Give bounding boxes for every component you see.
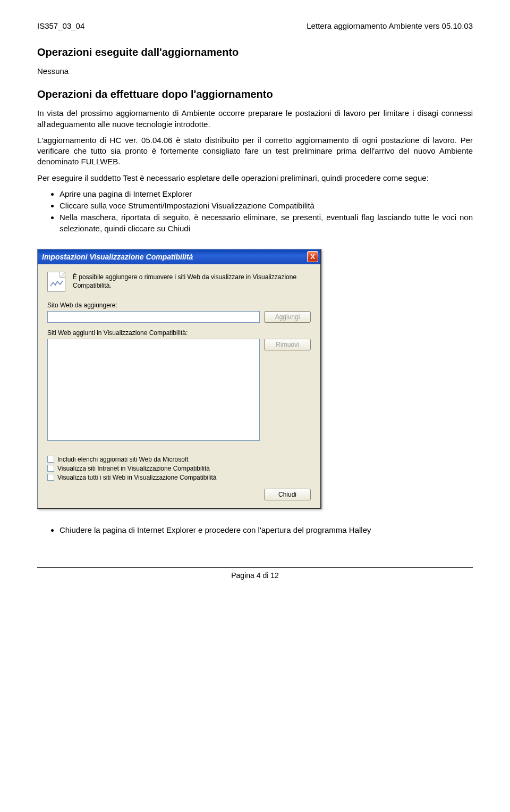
instructions-list: Aprire una pagina di Internet Explorer C… bbox=[37, 189, 473, 234]
section2-title: Operazioni da effettuare dopo l'aggiorna… bbox=[37, 88, 473, 101]
remove-button[interactable]: Rimuovi bbox=[264, 339, 311, 350]
list-item: Nella maschera, riportata di seguito, è … bbox=[60, 212, 473, 234]
page-footer: Pagina 4 di 12 bbox=[37, 567, 473, 580]
checkbox-microsoft-lists[interactable] bbox=[47, 456, 54, 463]
dialog-titlebar: Impostazioni Visualizzazione Compatibili… bbox=[38, 249, 320, 264]
dialog-title: Impostazioni Visualizzazione Compatibili… bbox=[42, 253, 193, 261]
checkbox-intranet[interactable] bbox=[47, 465, 54, 472]
checkbox-label: Visualizza siti Intranet in Visualizzazi… bbox=[57, 465, 210, 472]
close-button[interactable]: Chiudi bbox=[264, 489, 311, 500]
list-item: Chiudere la pagina di Internet Explorer … bbox=[60, 525, 473, 535]
section2-para3: Per eseguire il suddetto Test è necessar… bbox=[37, 173, 473, 183]
section2-para1: In vista del prossimo aggiornamento di A… bbox=[37, 108, 473, 130]
page-header: IS357_03_04 Lettera aggiornamento Ambien… bbox=[37, 21, 473, 30]
add-button[interactable]: Aggiungi bbox=[264, 311, 311, 323]
dialog-intro: È possibile aggiungere o rimuovere i sit… bbox=[73, 272, 311, 292]
added-sites-label: Siti Web aggiunti in Visualizzazione Com… bbox=[47, 329, 311, 337]
checkbox-label: Visualizza tutti i siti Web in Visualizz… bbox=[57, 474, 216, 481]
section1-body: Nessuna bbox=[37, 66, 473, 77]
compatibility-dialog: Impostazioni Visualizzazione Compatibili… bbox=[37, 249, 321, 509]
after-list: Chiudere la pagina di Internet Explorer … bbox=[37, 525, 473, 535]
sites-listbox[interactable] bbox=[47, 339, 260, 441]
site-input[interactable] bbox=[47, 311, 260, 323]
close-icon[interactable]: X bbox=[307, 251, 318, 262]
page-broken-icon bbox=[47, 272, 65, 292]
doc-id: IS357_03_04 bbox=[37, 21, 84, 30]
checkbox-all-sites[interactable] bbox=[47, 474, 54, 481]
section2-para2: L'aggiornamento di HC ver. 05.04.06 è st… bbox=[37, 135, 473, 168]
doc-title: Lettera aggiornamento Ambiente vers 05.1… bbox=[307, 21, 473, 30]
site-to-add-label: Sito Web da aggiungere: bbox=[47, 302, 311, 309]
list-item: Aprire una pagina di Internet Explorer bbox=[60, 189, 473, 199]
checkbox-label: Includi elenchi aggiornati siti Web da M… bbox=[57, 456, 189, 463]
section1-title: Operazioni eseguite dall'aggiornamento bbox=[37, 46, 473, 58]
list-item: Cliccare sulla voce Strumenti/Impostazio… bbox=[60, 200, 473, 211]
